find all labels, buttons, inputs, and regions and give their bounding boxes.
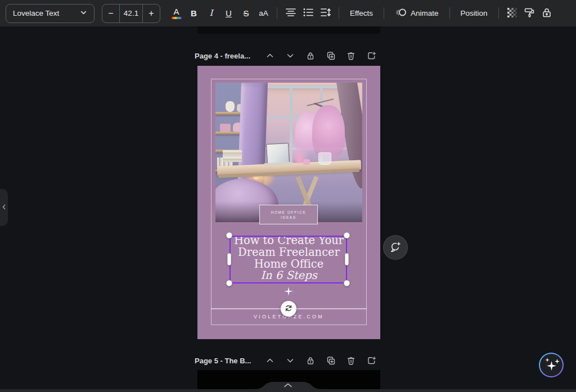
delete-page-button[interactable] xyxy=(344,49,358,62)
add-page-button[interactable] xyxy=(364,354,378,367)
open-side-panel-button[interactable] xyxy=(0,189,8,226)
rainbow-color-bar-icon xyxy=(172,17,182,19)
chevron-up-icon xyxy=(266,51,274,60)
label-line2: IDEAS xyxy=(281,215,296,219)
toolbar-divider xyxy=(384,7,384,19)
list-button[interactable] xyxy=(299,4,317,22)
chevron-left-icon xyxy=(1,204,7,212)
resize-handle-west[interactable] xyxy=(227,253,231,265)
move-page-up-button[interactable] xyxy=(263,49,277,62)
selection-border[interactable] xyxy=(230,236,347,283)
add-page-button[interactable] xyxy=(364,49,378,62)
strikethrough-label: S xyxy=(243,9,249,17)
bulleted-list-icon xyxy=(303,8,313,19)
decrease-font-size-button[interactable]: − xyxy=(102,4,119,22)
font-size-value[interactable]: 42.1 xyxy=(119,4,143,22)
sparkle-icon xyxy=(547,361,556,371)
font-family-selector[interactable]: Lovelace Text xyxy=(6,4,94,23)
sparkle-icon xyxy=(545,358,550,362)
sparkle-star-element[interactable] xyxy=(284,287,293,296)
case-label: aA xyxy=(259,9,268,17)
add-page-icon xyxy=(367,51,376,60)
transparency-button[interactable] xyxy=(503,4,521,22)
page5-title[interactable]: Page 5 - The B... xyxy=(195,357,251,365)
photo-candle xyxy=(297,156,302,163)
delete-page-button[interactable] xyxy=(344,354,358,367)
resize-handle-ne[interactable] xyxy=(344,232,350,238)
resize-handle-se[interactable] xyxy=(344,280,350,286)
photo-laptop xyxy=(266,143,290,164)
text-color-button[interactable]: A xyxy=(168,4,185,22)
lock-icon xyxy=(306,51,315,60)
lock-page-button[interactable] xyxy=(304,49,317,62)
page4-title[interactable]: Page 4 - freela... xyxy=(195,52,250,60)
photo-flower-vase xyxy=(318,152,331,165)
chevron-down-icon xyxy=(80,9,87,18)
add-comment-button[interactable] xyxy=(383,235,408,260)
move-page-up-button[interactable] xyxy=(263,354,277,367)
add-page-icon xyxy=(367,356,376,365)
format-paint-button[interactable] xyxy=(521,4,538,22)
text-case-button[interactable]: aA xyxy=(255,4,272,22)
chevron-up-icon xyxy=(266,356,274,365)
underline-label: U xyxy=(226,9,232,17)
align-center-icon xyxy=(286,8,296,19)
canva-editor: Lovelace Text − 42.1 + A B I U S aA xyxy=(0,0,576,392)
position-label: Position xyxy=(461,9,488,17)
text-toolbar: Lovelace Text − 42.1 + A B I U S aA xyxy=(0,0,576,26)
page4-header: Page 4 - freela... xyxy=(195,48,378,63)
spacing-button[interactable] xyxy=(317,4,334,22)
toolbar-divider xyxy=(498,7,499,19)
animate-button[interactable]: Animate xyxy=(389,4,445,22)
font-size-control: − 42.1 + xyxy=(102,4,160,23)
text-color-letter: A xyxy=(173,7,179,16)
lock-page-button[interactable] xyxy=(304,354,317,367)
move-page-down-button[interactable] xyxy=(284,49,297,62)
toolbar-divider xyxy=(449,7,450,19)
animate-motion-icon xyxy=(395,7,407,19)
position-button[interactable]: Position xyxy=(454,4,494,22)
label-line1: HOME OFFICE xyxy=(271,210,307,214)
strikethrough-button[interactable]: S xyxy=(237,4,255,22)
italic-button[interactable]: I xyxy=(202,4,220,22)
lock-button[interactable] xyxy=(538,4,556,22)
photo-decor-box xyxy=(220,124,231,132)
bold-label: B xyxy=(191,9,197,17)
home-office-ideas-label[interactable]: HOME OFFICE IDEAS xyxy=(259,205,318,224)
font-name-label: Lovelace Text xyxy=(13,9,59,17)
resize-handle-nw[interactable] xyxy=(226,232,232,238)
bold-button[interactable]: B xyxy=(185,4,202,22)
duplicate-icon xyxy=(326,51,336,61)
duplicate-page-button[interactable] xyxy=(324,354,338,367)
effects-button[interactable]: Effects xyxy=(344,4,379,22)
canva-assistant-button[interactable] xyxy=(539,353,564,377)
lock-icon xyxy=(306,356,315,365)
line-spacing-icon xyxy=(321,8,331,19)
toolbar-divider xyxy=(339,7,339,19)
rotate-handle[interactable] xyxy=(281,301,296,317)
toolbar-divider xyxy=(277,7,277,19)
home-office-photo[interactable] xyxy=(215,83,362,222)
photo-desk-books xyxy=(223,150,242,162)
page3-canvas-partial[interactable] xyxy=(197,26,380,34)
effects-label: Effects xyxy=(350,9,373,17)
checkerboard-icon xyxy=(507,8,517,19)
increase-font-size-button[interactable]: + xyxy=(143,4,160,22)
underline-button[interactable]: U xyxy=(220,4,237,22)
photo-vase xyxy=(226,101,235,112)
comment-plus-icon xyxy=(389,241,402,255)
alignment-button[interactable] xyxy=(282,4,299,22)
resize-handle-east[interactable] xyxy=(345,253,349,265)
expand-bottom-panel-button[interactable] xyxy=(254,381,322,389)
duplicate-page-button[interactable] xyxy=(324,49,338,62)
move-page-down-button[interactable] xyxy=(284,354,297,367)
duplicate-icon xyxy=(326,356,336,366)
unlock-icon xyxy=(542,7,552,20)
page5-actions xyxy=(263,354,378,367)
bottom-tab-shape xyxy=(254,381,322,389)
page4-canvas[interactable]: HOME OFFICE IDEAS How to Create Your Dre… xyxy=(197,66,380,339)
resize-handle-sw[interactable] xyxy=(226,280,232,286)
page4-actions xyxy=(263,49,378,62)
bottom-panel-edge[interactable] xyxy=(0,389,576,392)
trash-icon xyxy=(346,356,356,365)
